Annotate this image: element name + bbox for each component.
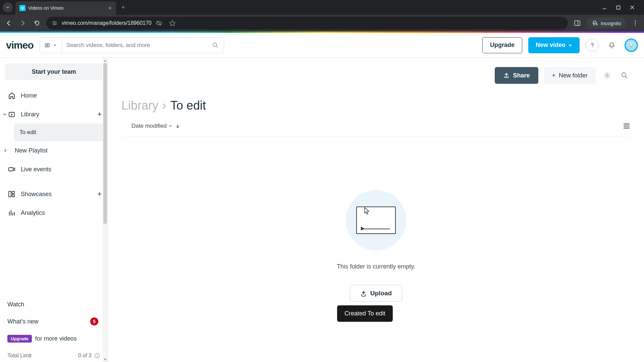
info-icon[interactable]	[94, 353, 100, 359]
window-close-icon[interactable]	[630, 5, 635, 10]
sidebar-watch-link[interactable]: Watch	[7, 296, 100, 313]
sidebar-item-label: Home	[21, 92, 37, 99]
start-team-button[interactable]: Start your team	[5, 64, 102, 80]
toast-notification: Created To edit	[337, 305, 393, 322]
upload-button[interactable]: Upload	[350, 285, 402, 302]
upload-label: Upload	[370, 290, 392, 297]
search-button[interactable]	[207, 42, 224, 48]
breadcrumb-root[interactable]: Library	[121, 99, 158, 113]
minimize-icon[interactable]	[602, 5, 607, 10]
maximize-icon[interactable]	[616, 5, 621, 10]
eye-off-icon[interactable]	[156, 20, 162, 26]
new-folder-button[interactable]: + New folder	[544, 67, 596, 84]
add-button[interactable]: +	[97, 190, 102, 198]
search-filter-button[interactable]	[40, 38, 62, 53]
sidebar-item-analytics[interactable]: Analytics	[4, 203, 105, 222]
sidebar-item-label: Library	[21, 111, 39, 118]
link-label: What's new	[7, 318, 38, 325]
plus-icon: +	[552, 72, 555, 79]
chevron-down-icon[interactable]	[3, 112, 9, 116]
reload-button[interactable]	[32, 18, 42, 28]
address-bar: vimeo.com/manage/folders/18960170 Incogn…	[0, 15, 644, 32]
main-panel: Share + New folder Library › To edit Dat…	[108, 58, 644, 362]
sort-row: Date modified	[121, 122, 631, 136]
incognito-badge[interactable]: Incognito	[587, 17, 626, 29]
sidebar-item-showcases[interactable]: Showcases +	[4, 185, 105, 203]
back-button[interactable]	[4, 18, 13, 28]
forward-button[interactable]	[18, 18, 28, 28]
main-actions: Share + New folder	[121, 67, 631, 84]
browser-tab[interactable]: v Videos on Vimeo	[15, 1, 116, 15]
incognito-icon	[591, 20, 598, 26]
svg-point-16	[606, 74, 608, 76]
sort-dropdown[interactable]: Date modified	[131, 123, 172, 129]
sidebar-item-live-events[interactable]: Live events	[4, 160, 105, 179]
bookmark-icon[interactable]	[169, 20, 176, 26]
upgrade-button[interactable]: Upgrade	[482, 37, 522, 53]
browser-menu-button[interactable]	[631, 18, 640, 28]
side-panel-icon[interactable]	[573, 18, 582, 28]
new-tab-button[interactable]: +	[121, 4, 125, 11]
showcases-icon	[7, 190, 16, 198]
sidebar-item-label: Live events	[21, 166, 51, 173]
sidebar-scrollbar[interactable]: ▲ ▼	[103, 58, 108, 362]
video-placeholder-icon	[356, 206, 396, 234]
browser-chrome: v Videos on Vimeo + vimeo.com/manage/fol…	[0, 0, 644, 32]
sidebar-item-new-playlist[interactable]: New Playlist	[4, 141, 105, 160]
svg-point-6	[47, 45, 48, 46]
sort-label: Date modified	[131, 123, 167, 129]
vimeo-favicon-icon: v	[19, 5, 25, 11]
search-bar	[40, 37, 224, 53]
url-input[interactable]: vimeo.com/manage/folders/18960170	[46, 17, 568, 29]
sidebar-item-library[interactable]: Library +	[4, 105, 105, 124]
empty-message: This folder is currently empty.	[337, 263, 415, 270]
notifications-button[interactable]	[605, 39, 619, 52]
sidebar-item-to-edit[interactable]: To edit	[14, 124, 105, 141]
scroll-down-icon[interactable]: ▼	[103, 357, 108, 362]
new-folder-label: New folder	[559, 72, 588, 79]
search-in-folder-button[interactable]	[619, 69, 631, 81]
bell-icon	[608, 42, 615, 49]
new-video-button[interactable]: New video	[528, 37, 580, 53]
sidebar-whats-new-link[interactable]: What's new 5	[7, 313, 100, 330]
new-video-label: New video	[536, 42, 566, 49]
app-header: vimeo Upgrade New video	[0, 33, 644, 58]
svg-point-3	[635, 23, 636, 24]
view-toggle-button[interactable]	[623, 122, 631, 130]
search-icon	[212, 42, 218, 48]
vimeo-logo[interactable]: vimeo	[6, 40, 34, 51]
search-input[interactable]	[62, 42, 207, 49]
sidebar-item-home[interactable]: Home	[4, 86, 105, 105]
help-button[interactable]	[586, 39, 599, 52]
whats-new-badge: 5	[90, 317, 98, 325]
search-icon	[621, 72, 628, 79]
upgrade-pill: Upgrade	[7, 335, 32, 343]
total-limit-row: Total Limit 0 of 3	[7, 347, 100, 359]
svg-rect-14	[12, 195, 14, 197]
sidebar: Start your team Home Library + To edit N…	[0, 58, 108, 362]
list-view-icon	[623, 122, 631, 130]
incognito-label: Incognito	[601, 20, 621, 26]
share-button[interactable]: Share	[495, 67, 538, 84]
site-settings-icon[interactable]	[52, 20, 58, 26]
add-button[interactable]: +	[97, 110, 102, 119]
tab-title: Videos on Vimeo	[28, 5, 105, 11]
scroll-up-icon[interactable]: ▲	[103, 58, 108, 63]
svg-point-9	[632, 44, 633, 45]
sort-direction-button[interactable]	[175, 124, 180, 128]
svg-point-2	[635, 21, 636, 22]
avatar[interactable]	[625, 39, 638, 52]
chevron-right-icon[interactable]	[3, 148, 9, 153]
svg-point-7	[213, 43, 217, 47]
app-body: Start your team Home Library + To edit N…	[0, 58, 644, 362]
breadcrumb-current: To edit	[170, 99, 206, 113]
tab-search-button[interactable]	[3, 2, 13, 12]
svg-point-17	[622, 73, 626, 77]
svg-rect-11	[9, 168, 13, 171]
empty-state: This folder is currently empty. Upload	[121, 190, 631, 302]
settings-button[interactable]	[601, 69, 613, 81]
close-icon[interactable]	[108, 6, 112, 10]
upgrade-more-videos[interactable]: Upgrade for more videos	[7, 330, 100, 347]
breadcrumb-separator: ›	[162, 99, 166, 113]
scrollbar-thumb[interactable]	[103, 63, 107, 224]
